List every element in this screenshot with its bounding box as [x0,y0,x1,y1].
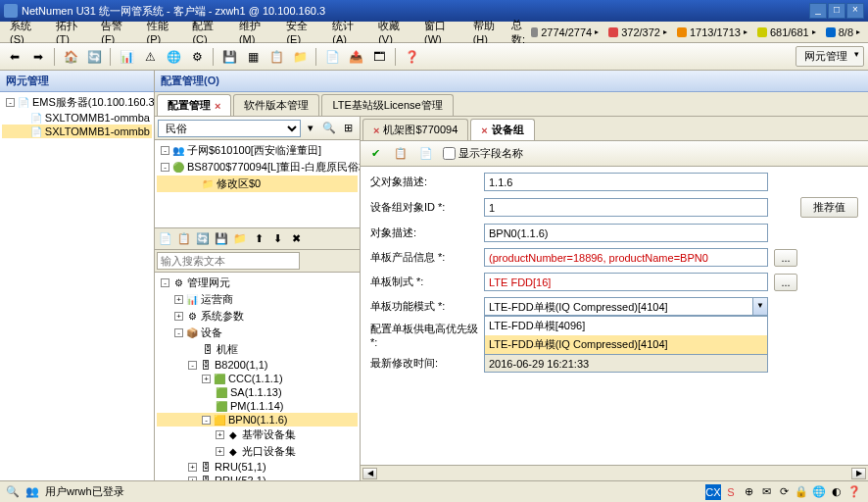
tree-node[interactable]: -🗄B8200(1,1) [157,358,358,372]
subnet-tree[interactable]: -👥子网$610100[西安临潼董田]-🟢BS8700$770094[L]董田-… [155,140,360,228]
tree-node[interactable]: -📦设备 [157,325,358,341]
toolbar-home-icon[interactable]: 🏠 [60,46,81,68]
toolbar-doc-icon[interactable]: 📄 [321,46,343,68]
status-icon-3[interactable]: ⊕ [741,484,756,500]
tree-toggle-icon[interactable]: - [161,146,169,155]
tree-tool7-icon[interactable]: ⬇ [268,230,286,248]
form-input[interactable] [484,173,768,191]
tree-toggle-icon[interactable]: - [202,416,211,425]
category-select[interactable]: 民俗 [158,120,301,137]
status-icon-4[interactable]: ✉ [758,484,774,500]
tab-close-icon[interactable]: × [481,125,487,136]
tree-toggle-icon[interactable]: - [161,278,169,287]
tree-tool6-icon[interactable]: ⬆ [250,230,267,248]
toolbar-back-icon[interactable]: ⬅ [4,46,25,68]
tree-toggle-icon[interactable]: + [188,463,197,472]
tree-toggle-icon[interactable]: + [174,312,183,321]
tree-toggle-icon[interactable]: - [174,328,183,337]
combo-input[interactable]: LTE-FDD单模(IQ Compressed)[4104] [484,297,768,316]
tree-node[interactable]: +⚙系统参数 [157,308,358,325]
form-button[interactable]: ... [774,249,797,267]
combo-arrow-icon[interactable]: ▼ [752,298,767,315]
tree-tool8-icon[interactable]: ✖ [287,230,305,248]
form-input[interactable] [484,248,768,267]
tree-node[interactable]: +🟩CCC(1.1.1) [157,372,358,385]
tree-node[interactable]: +◆基带设备集 [157,427,358,443]
tree-toggle-icon[interactable]: - [188,361,197,370]
tree-node[interactable]: 🟩SA(1.1.13) [157,385,358,399]
toolbar-window-icon[interactable]: 🗔 [368,46,390,68]
tree-node[interactable]: -🟢BS8700$770094[L]董田-白鹿原民俗村-FDD [157,159,358,176]
tree-tool4-icon[interactable]: 💾 [213,230,230,248]
form-input[interactable] [484,224,768,242]
scroll-right-icon[interactable]: ▶ [851,468,866,479]
toolbar-refresh-icon[interactable]: 🔄 [83,46,105,68]
tree-node[interactable]: 📄SXLTOMMB1-ommbb [2,125,152,138]
form-combo[interactable]: LTE-FDD单模(IQ Compressed)[4104]▼LTE-FDD单模… [484,297,768,316]
toolbar-export-icon[interactable]: 📤 [345,46,366,68]
tree-node[interactable]: 🟩PM(1.1.14) [157,399,358,413]
config-tab[interactable]: 软件版本管理 [233,94,319,116]
tree-search-input[interactable] [157,252,300,270]
status-icon-6[interactable]: 🔒 [794,484,809,500]
toolbar-save-icon[interactable]: 💾 [218,46,240,68]
toolbar-chart-icon[interactable]: 📊 [116,46,137,68]
toolbar-network-icon[interactable]: 🌐 [163,46,184,68]
tree-toggle-icon[interactable]: + [174,295,183,304]
form-button[interactable]: ... [774,274,797,291]
detail-tab[interactable]: ×机架图$770094 [362,119,468,140]
form-button[interactable]: 推荐值 [800,197,858,218]
status-icon-5[interactable]: ⟳ [776,484,792,500]
tree-node[interactable]: -🟨BPN0(1.1.6) [157,413,358,427]
detail-check-icon[interactable]: ✔ [366,145,384,163]
tab-close-icon[interactable]: × [373,125,379,136]
toolbar-forward-icon[interactable]: ➡ [27,46,49,68]
detail-paste-icon[interactable]: 📄 [417,145,435,163]
tree-node[interactable]: 🗄机框 [157,341,358,358]
toolbar-folder-icon[interactable]: 📁 [289,46,311,68]
tree-node[interactable]: 📄SXLTOMMB1-ommba [2,111,152,125]
toolbar-settings-icon[interactable]: ⚙ [186,46,208,68]
tree-tool2-icon[interactable]: 📋 [175,230,193,248]
status-icon-9[interactable]: ❓ [846,484,862,500]
tree-node[interactable]: -👥子网$610100[西安临潼董田] [157,142,358,159]
status-icon-1[interactable]: CX [705,484,721,500]
toolbar-copy-icon[interactable]: 📋 [265,46,287,68]
tree-toggle-icon[interactable]: + [216,430,224,439]
detail-tab[interactable]: ×设备组 [470,119,534,140]
search-icon[interactable]: 🔍 [320,120,338,137]
filter-icon[interactable]: ▾ [302,120,319,137]
tree-node[interactable]: -⚙管理网元 [157,275,358,291]
expand-icon[interactable]: ⊞ [339,120,357,137]
combo-item[interactable]: LTE-FDD单模(IQ Compressed)[4104] [485,335,767,354]
tree-node[interactable]: +🗄RRU(52,1) [157,474,358,480]
toolbar-warning-icon[interactable]: ⚠ [139,46,161,68]
ne-tree[interactable]: -📄EMS服务器(10.100.160.3)📄SXLTOMMB1-ommba📄S… [0,92,154,480]
status-icon-7[interactable]: 🌐 [811,484,827,500]
tree-node[interactable]: 📁修改区$0 [157,176,358,192]
tree-tool-icon[interactable]: 📄 [157,230,174,248]
tree-toggle-icon[interactable]: - [6,98,15,107]
form-input[interactable] [484,273,768,291]
tab-close-icon[interactable]: × [215,100,220,112]
scroll-left-icon[interactable]: ◀ [362,468,377,479]
view-dropdown[interactable]: 网元管理 [796,46,864,67]
tree-toggle-icon[interactable]: + [202,375,211,383]
tree-tool3-icon[interactable]: 🔄 [194,230,212,248]
detail-copy-icon[interactable]: 📋 [392,145,410,163]
tree-node[interactable]: -📄EMS服务器(10.100.160.3) [2,94,152,111]
form-input[interactable] [484,198,768,217]
status-icon-8[interactable]: ◐ [829,484,844,500]
combo-item[interactable]: LTE-FDD单模[4096] [485,317,767,335]
toolbar-grid-icon[interactable]: ▦ [242,46,264,68]
toolbar-help-icon[interactable]: ❓ [401,46,422,68]
config-tab[interactable]: 配置管理× [157,94,231,116]
device-tree[interactable]: -⚙管理网元+📊运营商+⚙系统参数-📦设备🗄机框-🗄B8200(1,1)+🟩CC… [155,273,360,480]
tree-node[interactable]: +🗄RRU(51,1) [157,460,358,474]
tree-toggle-icon[interactable]: + [216,447,224,456]
tree-node[interactable]: +◆光口设备集 [157,443,358,460]
show-fieldname-checkbox[interactable] [443,147,456,160]
config-tab[interactable]: LTE基站级License管理 [321,94,453,116]
status-icon-2[interactable]: S [723,484,739,500]
tree-tool5-icon[interactable]: 📁 [231,230,249,248]
